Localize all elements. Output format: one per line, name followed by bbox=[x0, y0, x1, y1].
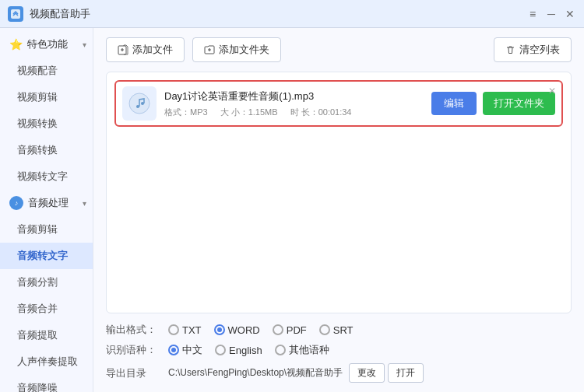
sidebar-item-audio-to-text[interactable]: 音频转文字 bbox=[0, 243, 93, 269]
output-format-group: TXT WORD PDF SRT bbox=[168, 324, 354, 336]
format-txt-radio[interactable] bbox=[168, 324, 179, 335]
toolbar: 添加文件 添加文件夹 清空列表 bbox=[106, 37, 572, 62]
clear-list-button[interactable]: 清空列表 bbox=[494, 37, 572, 62]
sidebar-item-video-dubbing[interactable]: 视频配音 bbox=[0, 58, 93, 84]
recognition-language-row: 识别语种： 中文 English 其他语种 bbox=[106, 343, 572, 357]
special-features-icon: ⭐ bbox=[9, 38, 23, 51]
format-pdf[interactable]: PDF bbox=[273, 324, 307, 336]
format-word[interactable]: WORD bbox=[214, 324, 260, 336]
add-file-button[interactable]: 添加文件 bbox=[106, 37, 185, 62]
sidebar-item-audio-split[interactable]: 音频分割 bbox=[0, 269, 93, 296]
sidebar-item-video-to-text[interactable]: 视频转文字 bbox=[0, 163, 93, 190]
app-title: 视频配音助手 bbox=[30, 7, 526, 21]
sidebar-item-video-convert[interactable]: 视频转换 bbox=[0, 110, 93, 137]
chevron-down-icon: ▾ bbox=[83, 199, 86, 208]
output-format-label: 输出格式： bbox=[106, 323, 168, 337]
lang-chinese[interactable]: 中文 bbox=[168, 343, 202, 357]
add-folder-button[interactable]: 添加文件夹 bbox=[192, 37, 281, 62]
format-word-radio[interactable] bbox=[214, 324, 225, 335]
open-folder-button[interactable]: 打开文件夹 bbox=[483, 92, 555, 115]
lang-other-radio[interactable] bbox=[275, 345, 286, 355]
chevron-icon: ▾ bbox=[83, 40, 86, 49]
file-actions: 编辑 打开文件夹 bbox=[431, 92, 555, 115]
sidebar-item-audio-edit[interactable]: 音频剪辑 bbox=[0, 216, 93, 243]
file-name: Day1讨论英语重要性音频(1).mp3 bbox=[164, 89, 431, 103]
sidebar-item-vocal-separate[interactable]: 人声伴奏提取 bbox=[0, 348, 93, 375]
change-dir-button[interactable]: 更改 bbox=[349, 363, 385, 383]
file-size-label: 大 小：1.15MB bbox=[220, 107, 278, 118]
minimize-btn[interactable]: ─ bbox=[545, 8, 558, 20]
add-file-icon bbox=[118, 44, 128, 55]
music-file-icon bbox=[128, 93, 150, 114]
output-dir-label: 导出目录 bbox=[106, 366, 168, 380]
lang-other[interactable]: 其他语种 bbox=[275, 343, 329, 357]
recognition-language-group: 中文 English 其他语种 bbox=[168, 343, 329, 357]
file-meta: 格式：MP3 大 小：1.15MB 时 长：00:01:34 bbox=[164, 107, 431, 118]
sidebar-item-video-edit[interactable]: 视频剪辑 bbox=[0, 84, 93, 110]
sidebar-section-main: ⭐ 特色功能 ▾ 视频配音 视频剪辑 视频转换 音频转换 视频转文字 ♪ 音频处… bbox=[0, 31, 93, 392]
format-srt[interactable]: SRT bbox=[319, 324, 354, 336]
main-layout: ⭐ 特色功能 ▾ 视频配音 视频剪辑 视频转换 音频转换 视频转文字 ♪ 音频处… bbox=[0, 28, 584, 392]
file-close-button[interactable]: ✕ bbox=[546, 85, 558, 97]
svg-point-3 bbox=[141, 102, 144, 105]
output-dir-path: C:\Users\FengPing\Desktop\视频配音助手 bbox=[168, 366, 343, 380]
file-info: Day1讨论英语重要性音频(1).mp3 格式：MP3 大 小：1.15MB 时… bbox=[164, 89, 431, 118]
sidebar-item-audio-denoise[interactable]: 音频降噪 bbox=[0, 375, 93, 392]
sidebar-item-audio-convert[interactable]: 音频转换 bbox=[0, 137, 93, 163]
sidebar: ⭐ 特色功能 ▾ 视频配音 视频剪辑 视频转换 音频转换 视频转文字 ♪ 音频处… bbox=[0, 28, 93, 392]
lang-chinese-radio[interactable] bbox=[168, 345, 179, 355]
recognition-language-label: 识别语种： bbox=[106, 343, 168, 357]
open-dir-button[interactable]: 打开 bbox=[388, 363, 424, 383]
format-pdf-radio[interactable] bbox=[273, 324, 283, 335]
sidebar-item-audio-processing[interactable]: ♪ 音频处理 ▾ bbox=[0, 190, 93, 216]
sidebar-item-audio-extract[interactable]: 音频提取 bbox=[0, 322, 93, 348]
close-btn[interactable]: ✕ bbox=[564, 8, 576, 20]
file-format-label: 格式：MP3 bbox=[164, 107, 208, 118]
sidebar-item-audio-merge[interactable]: 音频合并 bbox=[0, 296, 93, 322]
lang-english-radio[interactable] bbox=[215, 345, 226, 355]
file-thumbnail bbox=[122, 86, 157, 121]
trash-icon bbox=[505, 45, 515, 55]
file-item: Day1讨论英语重要性音频(1).mp3 格式：MP3 大 小：1.15MB 时… bbox=[114, 80, 563, 127]
audio-processing-icon: ♪ bbox=[9, 196, 23, 210]
file-duration-label: 时 长：00:01:34 bbox=[290, 107, 352, 118]
content-area: 添加文件 添加文件夹 清空列表 bbox=[93, 28, 584, 392]
edit-button[interactable]: 编辑 bbox=[431, 92, 477, 115]
output-format-row: 输出格式： TXT WORD PDF bbox=[106, 323, 572, 337]
app-logo bbox=[8, 6, 23, 22]
add-folder-icon bbox=[204, 44, 215, 55]
sidebar-item-special-features[interactable]: ⭐ 特色功能 ▾ bbox=[0, 31, 93, 58]
settings-area: 输出格式： TXT WORD PDF bbox=[106, 323, 572, 383]
title-bar: 视频配音助手 ≡ ─ ✕ bbox=[0, 0, 584, 28]
menu-btn[interactable]: ≡ bbox=[526, 8, 539, 20]
format-srt-radio[interactable] bbox=[319, 324, 330, 335]
format-txt[interactable]: TXT bbox=[168, 324, 202, 336]
output-dir-row: 导出目录 C:\Users\FengPing\Desktop\视频配音助手 更改… bbox=[106, 363, 572, 383]
window-controls[interactable]: ≡ ─ ✕ bbox=[526, 8, 576, 20]
lang-english[interactable]: English bbox=[215, 345, 262, 356]
file-list: Day1讨论英语重要性音频(1).mp3 格式：MP3 大 小：1.15MB 时… bbox=[106, 72, 572, 313]
